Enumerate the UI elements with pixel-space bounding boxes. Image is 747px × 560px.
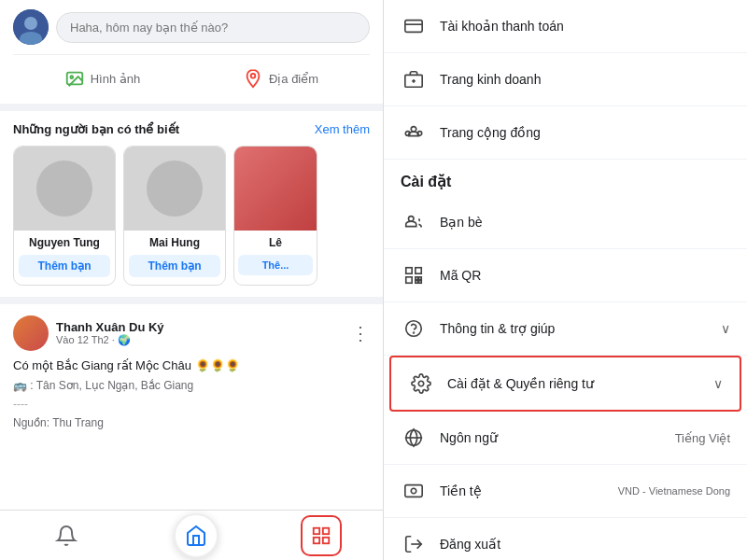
post-author-meta: Vào 12 Th2 · 🌍 [56, 334, 164, 346]
nav-grid-button[interactable] [301, 515, 342, 556]
location-label: Địa điểm [269, 72, 318, 86]
payment-label: Tài khoản thanh toán [440, 19, 730, 34]
svg-rect-9 [323, 537, 329, 542]
friend-card: Nguyen Tung Thêm bạn [13, 146, 116, 286]
friends-suggestions: Những người bạn có thể biết Xem thêm Ngu… [0, 111, 383, 297]
menu-item-help[interactable]: Thông tin & trợ giúp ∨ [384, 302, 747, 356]
avatar [13, 9, 49, 45]
qr-label: Mã QR [440, 268, 730, 283]
language-icon [401, 425, 427, 451]
menu-section-top: Tài khoản thanh toán Trang kinh doanh [384, 0, 747, 160]
svg-point-27 [414, 332, 415, 333]
friend-avatar [14, 147, 115, 231]
logout-label: Đăng xuất [440, 537, 730, 552]
right-panel: Tài khoản thanh toán Trang kinh doanh [383, 0, 747, 560]
bottom-nav [0, 510, 383, 560]
settings-chevron: ∨ [713, 376, 723, 391]
help-chevron: ∨ [721, 321, 730, 336]
svg-rect-24 [416, 281, 418, 284]
menu-item-friends[interactable]: Bạn bè [384, 196, 747, 249]
settings-section-header: Cài đặt [384, 160, 747, 196]
menu-item-business[interactable]: Trang kinh doanh [384, 53, 747, 106]
svg-rect-30 [405, 485, 422, 497]
friends-list: Nguyen Tung Thêm bạn Mai Hung Thêm bạn L… [13, 146, 370, 286]
language-label: Ngôn ngữ [440, 430, 662, 445]
post-actions: Hình ảnh Địa điểm [13, 54, 370, 94]
payment-icon [401, 13, 427, 39]
svg-point-15 [411, 127, 416, 133]
friend-name: Mai Hung [149, 236, 200, 249]
help-label: Thông tin & trợ giúp [440, 321, 708, 336]
svg-rect-10 [405, 21, 422, 33]
business-label: Trang kinh doanh [440, 72, 730, 87]
svg-rect-20 [416, 268, 421, 273]
friend-avatar [234, 147, 317, 231]
logout-icon [401, 531, 427, 557]
currency-value: VND - Vietnamese Dong [618, 485, 730, 497]
menu-item-community[interactable]: Trang cộng đồng [384, 106, 747, 160]
svg-rect-19 [406, 268, 412, 273]
svg-point-5 [251, 74, 256, 78]
settings-privacy-label: Cài đặt & Quyền riêng tư [447, 376, 700, 391]
add-friend-button-2[interactable]: Thê... [238, 255, 312, 275]
post-author-avatar [13, 315, 49, 351]
menu-item-qr[interactable]: Mã QR [384, 249, 747, 302]
friends-label: Bạn bè [440, 215, 730, 230]
svg-point-28 [418, 381, 424, 386]
menu-item-settings-privacy[interactable]: Cài đặt & Quyền riêng tư ∨ [389, 356, 741, 412]
add-friend-button-0[interactable]: Thêm bạn [19, 255, 109, 277]
post-more-icon[interactable]: ⋮ [351, 322, 370, 344]
business-icon [401, 66, 427, 92]
community-icon [401, 119, 427, 146]
currency-icon [401, 478, 427, 504]
friend-name: Lê [269, 236, 282, 249]
location-action-button[interactable]: Địa điểm [191, 63, 370, 94]
svg-point-18 [409, 217, 415, 222]
currency-label: Tiền tệ [440, 483, 605, 498]
friends-header: Những người bạn có thể biết Xem thêm [13, 122, 370, 136]
post-author-name: Thanh Xuân Du Ký [56, 320, 164, 334]
friends-section-title: Những người bạn có thể biết [13, 122, 179, 136]
photo-label: Hình ảnh [91, 72, 141, 86]
svg-point-4 [70, 76, 73, 78]
post-box: Hình ảnh Địa điểm [0, 0, 383, 104]
svg-rect-23 [419, 281, 422, 284]
svg-rect-22 [416, 277, 418, 280]
menu-item-logout[interactable]: Đăng xuất [384, 518, 747, 560]
post-input[interactable] [56, 12, 370, 43]
post-input-row [13, 9, 370, 45]
menu-item-language[interactable]: Ngôn ngữ Tiếng Việt [384, 412, 747, 465]
svg-point-1 [24, 17, 37, 30]
left-panel: Hình ảnh Địa điểm Những người bạn có thể… [0, 0, 383, 560]
language-value: Tiếng Việt [675, 431, 730, 445]
community-label: Trang cộng đồng [440, 125, 730, 140]
see-more-link[interactable]: Xem thêm [315, 122, 370, 136]
friend-avatar [124, 147, 225, 231]
photo-action-button[interactable]: Hình ảnh [13, 63, 191, 94]
svg-rect-8 [314, 537, 319, 542]
svg-rect-21 [406, 277, 412, 283]
qr-icon [401, 262, 427, 288]
post-author-row: Thanh Xuân Du Ký Vào 12 Th2 · 🌍 ⋮ [13, 315, 370, 351]
post-author-info: Thanh Xuân Du Ký Vào 12 Th2 · 🌍 [13, 315, 164, 351]
svg-rect-6 [314, 527, 319, 533]
settings-icon [408, 371, 434, 397]
menu-section-settings: Cài đặt Bạn bè [384, 160, 747, 560]
post-content: Có một Bắc Giang rất Mộc Châu 🌻🌻🌻 🚌 : Tâ… [13, 357, 370, 431]
friend-card: Lê Thê... [233, 146, 317, 286]
friend-name: Nguyen Tung [29, 236, 100, 249]
menu-item-payment[interactable]: Tài khoản thanh toán [384, 0, 747, 53]
add-friend-button-1[interactable]: Thêm bạn [129, 255, 219, 277]
nav-bell-button[interactable] [41, 511, 92, 561]
menu-item-currency[interactable]: Tiền tệ VND - Vietnamese Dong [384, 465, 747, 518]
svg-point-31 [411, 488, 416, 494]
svg-rect-7 [323, 527, 329, 533]
nav-home-button[interactable] [174, 513, 218, 558]
friends-icon [401, 209, 427, 235]
help-icon [401, 315, 427, 342]
svg-rect-25 [419, 277, 422, 280]
friend-card: Mai Hung Thêm bạn [123, 146, 226, 286]
